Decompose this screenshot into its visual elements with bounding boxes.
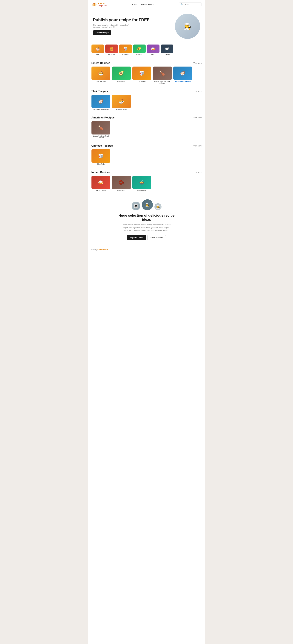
footer-build-text: Build by (92, 249, 97, 250)
promo-title: Huge selection of delicious recipe ideas (117, 214, 176, 222)
latest-recipes-section: Latest Recipes View More 🍜 Khao Soi Soup… (88, 59, 205, 86)
category-mexican-label: Mexican (136, 54, 142, 56)
category-mexican[interactable]: 🌮 Mexican (133, 44, 146, 56)
category-indian-img: 🍛 (147, 44, 159, 53)
indian-view-more[interactable]: View More (193, 171, 202, 173)
promo-section: 👨‍👩‍👧 👨‍🍳 🧑‍🍳 Huge selection of deliciou… (88, 194, 205, 245)
search-input[interactable] (184, 3, 200, 6)
svg-point-1 (93, 4, 95, 6)
american-view-more[interactable]: View More (193, 117, 202, 118)
chinese-view-more[interactable]: View More (193, 145, 202, 147)
rajma-img: 🍛 (92, 176, 110, 189)
thai-view-more[interactable]: View More (193, 90, 202, 92)
recipe-card-thai-mussels[interactable]: 🦪 Thai Steamed Mussels (92, 95, 110, 110)
recipe-card-mussels[interactable]: 🦪 Thai Steamed Mussels (173, 66, 192, 84)
show-random-button[interactable]: Show Random (147, 235, 166, 240)
logo-name: Kamat (98, 2, 107, 5)
rajma-label: Rajma Chawal (92, 190, 110, 192)
latest-recipes-grid: 🍜 Khao Soi Soup 🥑 Guacamole 🥡 ChowMein 🍗 (92, 66, 202, 85)
category-viewall-label: View All (164, 54, 170, 56)
thai-recipes-title: Thai Recipes (92, 90, 108, 93)
indian-recipes-grid: 🍛 Rajma Chawal 🫘 Dal Makhni 🍲 Gravy Chic… (92, 176, 202, 193)
thai-khao-soi-label: Khao Soi Soup (112, 109, 131, 110)
hero-image-placeholder: 👩‍🍳 (175, 14, 200, 39)
chinese-recipes-header: Chinese Recipes View More (92, 144, 202, 148)
recipe-card-gravy-chicken[interactable]: 🍲 Gravy Chicken (132, 176, 151, 192)
hero-icon: 👩‍🍳 (184, 23, 191, 30)
recipe-card-chowmein[interactable]: 🥡 ChowMein (132, 66, 151, 84)
hero-title: Publish your recipe for FREE (93, 18, 175, 22)
category-american-img: 🍔 (105, 44, 118, 53)
thai-mussels-label: Thai Steamed Mussels (92, 109, 110, 110)
promo-avatar-1: 👨‍👩‍👧 (132, 202, 140, 210)
logo-icon (92, 2, 97, 7)
footer-author-link[interactable]: Sachin Kamat (97, 249, 108, 250)
chowmein-chinese-img: 🥡 (92, 149, 110, 163)
mussels-img: 🦪 (173, 66, 192, 80)
promo-avatar-2: 👨‍🍳 (142, 199, 153, 210)
thai-khao-soi-img: 🍜 (112, 95, 131, 108)
khao-soi-label: Khao Soi Soup (92, 80, 110, 82)
hero-text: Publish your recipe for FREE Share your … (93, 18, 175, 35)
category-strip: 🍜 Thai 🍔 American 🥡 Chinese 🌮 Mexican 🍛 … (88, 42, 205, 58)
nav-links: Home Submit Recipe (107, 3, 179, 6)
recipe-card-guacamole[interactable]: 🥑 Guacamole (112, 66, 131, 84)
american-chicken-label: Classic Southern Fried Chicken (92, 135, 110, 138)
recipe-card-khao-soi[interactable]: 🍜 Khao Soi Soup (92, 66, 110, 84)
recipe-card-dal[interactable]: 🫘 Dal Makhni (112, 176, 131, 192)
category-mexican-img: 🌮 (133, 44, 146, 53)
fried-chicken-label: Classic Southern Fried Chicken (153, 80, 172, 84)
promo-avatars: 👨‍👩‍👧 👨‍🍳 🧑‍🍳 (132, 199, 162, 210)
logo[interactable]: Kamat Recipe App (92, 2, 107, 7)
recipe-card-fried-chicken[interactable]: 🍗 Classic Southern Fried Chicken (153, 66, 172, 84)
category-viewall[interactable]: 🍽️ View All (161, 44, 173, 56)
category-indian-label: Indian (151, 54, 156, 56)
chowmein-label: ChowMein (132, 80, 151, 82)
promo-description: Explore delicious recipe ideas including… (121, 224, 172, 232)
american-recipes-grid: 🍗 Classic Southern Fried Chicken (92, 121, 202, 140)
category-chinese-img: 🥡 (119, 44, 132, 53)
gravy-chicken-img: 🍲 (132, 176, 151, 189)
indian-recipes-header: Indian Recipes View More (92, 171, 202, 174)
recipe-card-rajma[interactable]: 🍛 Rajma Chawal (92, 176, 110, 192)
recipe-card-american-chicken[interactable]: 🍗 Classic Southern Fried Chicken (92, 121, 110, 138)
promo-avatar-3: 🧑‍🍳 (154, 203, 162, 210)
category-chinese-label: Chinese (122, 54, 128, 56)
category-american[interactable]: 🍔 American (105, 44, 118, 56)
category-viewall-img: 🍽️ (161, 44, 173, 53)
category-american-label: American (108, 54, 115, 56)
svg-point-2 (94, 5, 94, 5)
latest-recipes-title: Latest Recipes (92, 62, 110, 65)
recipe-card-thai-khao-soi[interactable]: 🍜 Khao Soi Soup (112, 95, 131, 110)
chinese-recipes-title: Chinese Recipes (92, 144, 113, 148)
thai-recipes-section: Thai Recipes View More 🦪 Thai Steamed Mu… (88, 87, 205, 113)
recipe-card-chowmein-chinese[interactable]: 🥡 ChowMein (92, 149, 110, 165)
category-chinese[interactable]: 🥡 Chinese (119, 44, 132, 56)
khao-soi-img: 🍜 (92, 66, 110, 80)
latest-recipes-header: Latest Recipes View More (92, 62, 202, 65)
guacamole-label: Guacamole (112, 80, 131, 82)
latest-view-more[interactable]: View More (193, 62, 202, 64)
hero-cta-button[interactable]: Submit Recipe (93, 30, 111, 35)
dal-img: 🫘 (112, 176, 131, 189)
navbar: Kamat Recipe App Home Submit Recipe 🔍 (88, 0, 205, 9)
thai-recipes-grid: 🦪 Thai Steamed Mussels 🍜 Khao Soi Soup (92, 95, 202, 112)
american-chicken-img: 🍗 (92, 121, 110, 134)
explore-latest-button[interactable]: Explore Latest (127, 235, 146, 240)
search-box[interactable]: 🔍 (179, 2, 202, 6)
nav-home[interactable]: Home (132, 3, 137, 6)
guacamole-img: 🥑 (112, 66, 131, 80)
thai-recipes-header: Thai Recipes View More (92, 90, 202, 93)
gravy-chicken-label: Gravy Chicken (132, 190, 151, 192)
hero-description: Share your amazing recipes with thousand… (93, 24, 131, 28)
category-thai[interactable]: 🍜 Thai (92, 44, 104, 56)
nav-submit[interactable]: Submit Recipe (141, 3, 154, 6)
category-indian[interactable]: 🍛 Indian (147, 44, 159, 56)
american-recipes-section: American Recipes View More 🍗 Classic Sou… (88, 114, 205, 141)
category-thai-img: 🍜 (92, 44, 104, 53)
dal-label: Dal Makhni (112, 190, 131, 192)
fried-chicken-img: 🍗 (153, 66, 172, 80)
american-recipes-title: American Recipes (92, 116, 115, 119)
footer-text: Build by Sachin Kamat (92, 249, 108, 250)
logo-subtitle: Recipe App (98, 5, 107, 6)
